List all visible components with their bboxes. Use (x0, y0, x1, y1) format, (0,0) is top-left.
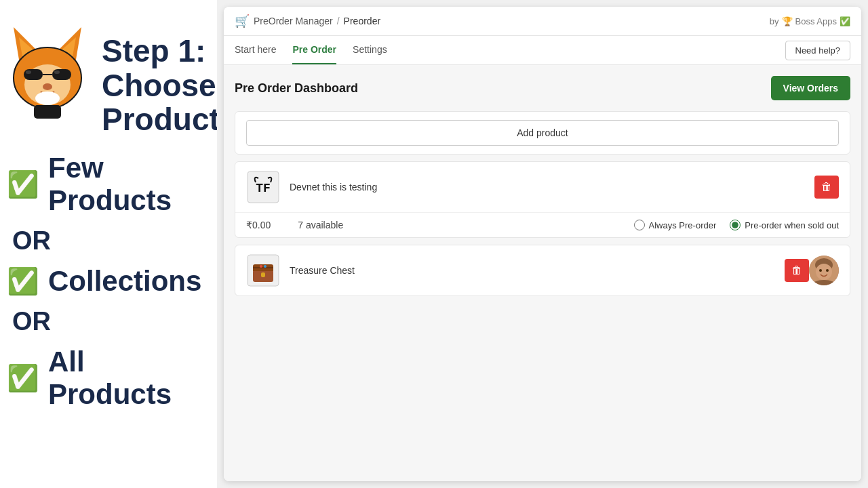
tab-start-here[interactable]: Start here (235, 36, 276, 64)
right-panel: 🛒 PreOrder Manager / Preorder by 🏆 Boss … (217, 0, 868, 488)
dashboard-title: Pre Order Dashboard (235, 81, 358, 96)
product-icon-devnet: TF (246, 170, 280, 204)
or-divider-2: OR (12, 307, 51, 336)
delete-button-devnet[interactable]: 🗑 (814, 176, 839, 199)
few-products-item: ✅ Few Products (7, 152, 203, 217)
svg-point-24 (264, 265, 267, 268)
top-bar: 🛒 PreOrder Manager / Preorder by 🏆 Boss … (224, 7, 861, 36)
all-products-check: ✅ (7, 363, 39, 393)
collections-item: ✅ Collections (7, 265, 201, 298)
radio-soldout-label: Pre-order when sold out (745, 220, 839, 230)
product-card-devnet: TF Devnet this is testing 🗑 ₹0.00 7 avai… (235, 161, 850, 238)
add-product-card: Add product (235, 111, 850, 155)
svg-rect-20 (253, 268, 273, 271)
svg-rect-21 (261, 272, 265, 277)
svg-point-12 (35, 92, 60, 105)
few-products-label: Few Products (48, 152, 203, 217)
radio-soldout-input[interactable] (730, 220, 741, 230)
breadcrumb: 🛒 PreOrder Manager / Preorder (235, 14, 380, 28)
svg-point-28 (819, 269, 822, 272)
tab-settings[interactable]: Settings (353, 36, 387, 64)
svg-point-29 (826, 269, 829, 272)
all-products-item: ✅ All Products (7, 346, 203, 411)
few-products-check: ✅ (7, 169, 39, 199)
product-icon-treasure (246, 253, 280, 287)
add-product-button[interactable]: Add product (246, 120, 839, 146)
radio-options-devnet: Always Pre-order Pre-order when sold out (634, 220, 839, 230)
or-divider-1: OR (12, 226, 51, 256)
collections-label: Collections (48, 265, 201, 298)
breadcrumb-icon: 🛒 (235, 14, 250, 28)
svg-rect-7 (52, 69, 71, 80)
product-row-devnet: TF Devnet this is testing 🗑 (235, 162, 850, 213)
product-card-treasure: Treasure Chest 🗑 (235, 245, 850, 296)
collections-check: ✅ (7, 266, 39, 296)
product-name-treasure: Treasure Chest (290, 265, 785, 276)
breadcrumb-current: Preorder (344, 16, 380, 26)
radio-always-label: Always Pre-order (649, 220, 717, 230)
radio-sold-out[interactable]: Pre-order when sold out (730, 220, 839, 230)
app-frame: 🛒 PreOrder Manager / Preorder by 🏆 Boss … (224, 7, 861, 481)
delete-button-treasure[interactable]: 🗑 (785, 259, 809, 282)
breadcrumb-separator: / (337, 16, 340, 26)
svg-rect-10 (54, 70, 60, 74)
product-price-devnet: ₹0.00 (246, 220, 271, 230)
dashboard-content: Pre Order Dashboard View Orders Add prod… (224, 65, 861, 481)
nav-tabs: Start here Pre Order Settings Need help? (224, 36, 861, 65)
svg-rect-6 (24, 69, 43, 80)
svg-point-11 (43, 83, 52, 90)
product-available-devnet: 7 available (298, 220, 343, 230)
svg-text:TF: TF (256, 182, 271, 195)
all-products-label: All Products (48, 346, 203, 411)
by-label: by 🏆 Boss Apps ✅ (770, 16, 850, 26)
product-row-treasure: Treasure Chest 🗑 (235, 245, 850, 296)
radio-always-input[interactable] (634, 220, 645, 230)
tab-pre-order[interactable]: Pre Order (292, 36, 336, 64)
svg-point-23 (260, 265, 262, 268)
radio-always-preorder[interactable]: Always Pre-order (634, 220, 717, 230)
svg-rect-9 (26, 70, 31, 74)
product-name-devnet: Devnet this is testing (290, 182, 814, 192)
dashboard-header: Pre Order Dashboard View Orders (235, 76, 850, 100)
left-panel: Step 1: Choose Products ✅ Few Products O… (0, 0, 217, 488)
add-product-section: Add product (235, 112, 850, 154)
product-details-devnet: ₹0.00 7 available Always Pre-order Pre-o… (235, 213, 850, 237)
user-avatar (809, 256, 839, 285)
fox-logo (7, 14, 88, 122)
need-help-button[interactable]: Need help? (785, 41, 851, 60)
breadcrumb-parent: PreOrder Manager (254, 16, 333, 26)
view-orders-button[interactable]: View Orders (771, 76, 850, 100)
svg-point-27 (816, 264, 832, 280)
svg-rect-22 (253, 267, 273, 268)
